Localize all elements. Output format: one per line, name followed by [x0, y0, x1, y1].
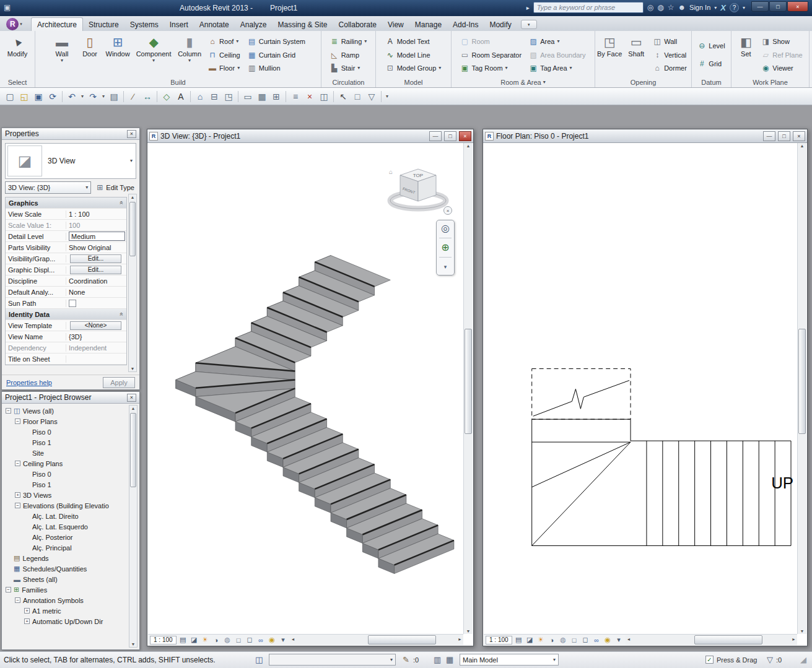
3d-canvas[interactable]: ⌂ TOP FRONT × ◎ ⊕ ▾ [148, 143, 463, 634]
switch-windows-icon[interactable]: ◫ [317, 90, 331, 103]
ribbon-tab-architecture[interactable]: Architecture [31, 17, 83, 31]
scroll-left-icon[interactable]: ◄ [627, 637, 631, 641]
navigation-bar[interactable]: ◎ ⊕ ▾ [436, 220, 455, 275]
tag-area-button[interactable]: ▣Tag Area▾ [526, 64, 575, 72]
dormer-button[interactable]: ⌂Dormer [650, 64, 690, 72]
ribbon-tab-annotate[interactable]: Annotate [194, 18, 235, 31]
scroll-down-icon[interactable]: ▼ [464, 629, 473, 633]
plan-horizontal-scrollbar[interactable]: ◄ ► [626, 634, 797, 645]
view-cube[interactable]: ⌂ TOP FRONT [384, 162, 452, 217]
maximize-button[interactable]: □ [769, 1, 787, 12]
section-header-graphics[interactable]: Graphics» [6, 197, 126, 209]
property-value[interactable]: Edit... [66, 266, 126, 274]
close-button[interactable]: × [787, 1, 808, 12]
view3d-detail-level-icon[interactable]: ▤ [178, 636, 188, 644]
wall-dropdown-arrow[interactable]: ▾ [61, 58, 63, 63]
shaft-button[interactable]: ▭Shaft [624, 32, 648, 77]
new-file-icon[interactable]: ▢ [3, 90, 17, 103]
project-browser-close-icon[interactable]: × [127, 394, 136, 402]
design-options-dropdown[interactable]: Main Model ▾ [460, 654, 559, 666]
tree-expander-minus-icon[interactable]: − [15, 503, 20, 508]
scroll-up-icon[interactable]: ▲ [798, 144, 806, 148]
browser-item-elevations-building-elevatio[interactable]: −Elevations (Building Elevatio [3, 500, 128, 511]
room-button[interactable]: ▢Room [457, 37, 492, 46]
view3d-more-controls-icon[interactable]: ▾ [279, 636, 288, 644]
ribbon-tab-manage[interactable]: Manage [409, 18, 447, 31]
property-value[interactable]: None [66, 288, 126, 296]
browser-item-al-principal[interactable]: Alç. Principal [3, 542, 128, 553]
ribbon-tab-insert[interactable]: Insert [164, 18, 194, 31]
section-icon[interactable]: ⊟ [207, 90, 221, 103]
navigation-bar-options-icon[interactable]: ▾ [444, 261, 447, 272]
ribbon-tab-modify[interactable]: Modify [484, 18, 517, 31]
component-button[interactable]: ◆Component▾ [133, 32, 174, 77]
sun-path-checkbox[interactable] [69, 300, 76, 307]
show-button[interactable]: ◨Show [758, 37, 793, 46]
3d-vertical-scrollbar[interactable]: ▲ ▼ [463, 143, 473, 634]
visibility-grap-button[interactable]: Edit... [70, 254, 121, 263]
browser-item-site[interactable]: Site [3, 448, 128, 458]
tree-expander-plus-icon[interactable]: + [24, 608, 30, 614]
area-boundary-button[interactable]: ▧Area Boundary [526, 51, 588, 59]
edit-requests-icon[interactable]: ✎ [403, 655, 409, 664]
plan-scale-button[interactable]: 1 : 100 [486, 636, 512, 644]
railing-button[interactable]: ≣Railing▾ [327, 37, 370, 46]
worksets-dropdown[interactable]: ▾ [269, 654, 396, 666]
type-selector-arrow-icon[interactable]: ▾ [130, 158, 133, 163]
design-options-icon[interactable]: ▦ [446, 655, 453, 664]
navigation-bar-close-icon[interactable]: × [443, 206, 452, 215]
property-value[interactable]: Medium [66, 232, 126, 241]
properties-help-link[interactable]: Properties help [6, 379, 52, 386]
browser-item-sheets-all[interactable]: ▬Sheets (all) [3, 574, 128, 584]
3d-horizontal-scrollbar[interactable]: ◄ ► [290, 634, 463, 645]
view3d-reveal-hidden-elements-icon[interactable]: ◉ [268, 636, 277, 644]
roof-button[interactable]: ⌂Roof▾ [205, 37, 242, 46]
scroll-up-icon[interactable]: ▲ [129, 195, 136, 199]
view3d-sun-path-icon[interactable]: ☀ [201, 636, 210, 644]
3d-minimize-button[interactable]: — [429, 131, 442, 141]
aligned-dimension-icon[interactable]: ↔ [141, 90, 154, 103]
scrollbar-thumb[interactable] [465, 329, 472, 434]
plan-maximize-button[interactable]: □ [778, 131, 790, 141]
floor-button[interactable]: ▬Floor▾ [205, 64, 243, 72]
tag-room-dropdown-arrow[interactable]: ▾ [505, 66, 508, 71]
application-menu-button[interactable]: R ▾ [2, 17, 26, 31]
search-go-icon[interactable]: ▸ [526, 4, 530, 11]
type-selector[interactable]: ◪ 3D View ▾ [5, 143, 136, 179]
properties-close-icon[interactable]: × [127, 130, 136, 138]
detail-level-combo[interactable]: Medium [69, 232, 125, 241]
plan-temporary-hide-isolate-icon[interactable]: ∞ [592, 636, 601, 644]
measure-icon[interactable]: ∕ [126, 90, 140, 103]
scrollbar-thumb[interactable] [130, 413, 136, 487]
property-value[interactable]: Coordination [66, 277, 126, 285]
ribbon-tab-analyze[interactable]: Analyze [235, 18, 273, 31]
view3d-scale-button[interactable]: 1 : 100 [150, 636, 177, 644]
scroll-up-icon[interactable]: ▲ [464, 144, 473, 148]
help-dropdown-arrow[interactable]: ▾ [743, 5, 745, 11]
graphic-displ-button[interactable]: Edit... [70, 266, 121, 274]
ribbon-tab-systems[interactable]: Systems [124, 18, 164, 31]
browser-item-floor-plans[interactable]: −Floor Plans [3, 416, 128, 427]
railing-dropdown-arrow[interactable]: ▾ [364, 39, 367, 44]
browser-item-piso-0[interactable]: Piso 0 [3, 469, 128, 479]
wall-button[interactable]: ▬Wall▾ [48, 32, 76, 77]
steering-wheel-icon[interactable]: ◎ [441, 223, 450, 234]
favorites-star-icon[interactable]: ☆ [668, 3, 674, 12]
floor-dropdown-arrow[interactable]: ▾ [237, 66, 240, 71]
exchange-apps-icon[interactable]: X [720, 3, 726, 12]
plan-canvas[interactable]: UP [484, 143, 797, 634]
model-text-button[interactable]: AModel Text [383, 37, 433, 46]
browser-item-schedules-quantities[interactable]: ▦Schedules/Quantities [3, 563, 128, 574]
grid-button[interactable]: #Grid [694, 59, 725, 68]
ribbon-minimize-button[interactable]: ▾ [521, 20, 537, 29]
selection-box-icon[interactable]: □ [351, 90, 364, 103]
column-dropdown-arrow[interactable]: ▾ [188, 58, 191, 63]
filter-icon[interactable]: ▽ [365, 90, 378, 103]
redo-icon[interactable]: ↷ [86, 90, 100, 103]
resize-grip[interactable]: ◢ [800, 655, 806, 664]
ribbon-tab-view[interactable]: View [382, 18, 409, 31]
press-drag-checkbox[interactable]: ✓ [705, 656, 714, 664]
browser-item-views-all[interactable]: −◫Views (all) [3, 406, 128, 416]
model-line-button[interactable]: ∿Model Line [383, 51, 434, 59]
scroll-down-icon[interactable]: ▼ [798, 629, 806, 633]
